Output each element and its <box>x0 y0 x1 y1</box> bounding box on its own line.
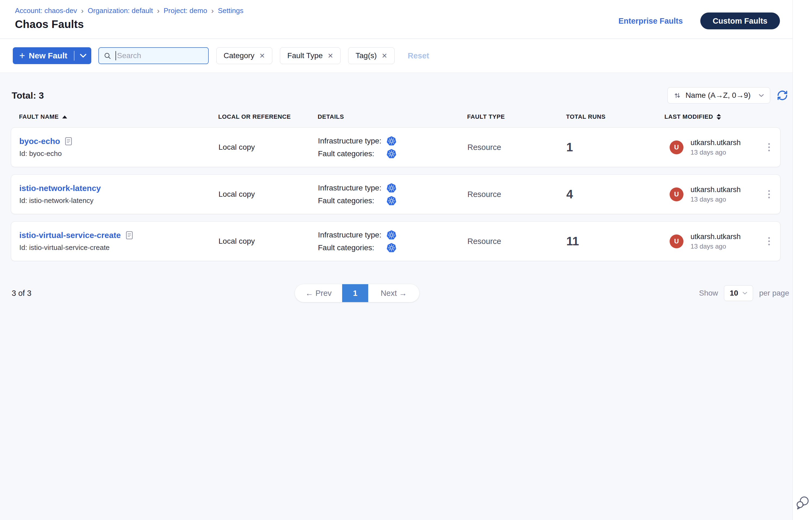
kubernetes-icon[interactable] <box>386 183 397 193</box>
refresh-button[interactable] <box>776 89 789 102</box>
search-input-wrapper[interactable] <box>98 47 209 64</box>
new-fault-button[interactable]: + New Fault <box>13 47 91 64</box>
modified-by-user: utkarsh.utkarsh <box>690 233 741 241</box>
column-label: FAULT NAME <box>19 113 59 120</box>
column-label: LAST MODIFIED <box>664 113 713 120</box>
details-cell: Infrastructure type: Fault categories: <box>310 183 459 206</box>
total-count: Total: 3 <box>12 90 44 101</box>
column-label: DETAILS <box>318 113 344 120</box>
help-chat-button[interactable] <box>795 494 810 511</box>
page-size-value: 10 <box>730 289 738 297</box>
infrastructure-type-label: Infrastructure type: <box>318 184 386 192</box>
column-header-last-modified[interactable]: LAST MODIFIED <box>656 113 781 120</box>
fault-id: Id: byoc-echo <box>19 150 210 158</box>
infrastructure-type-label: Infrastructure type: <box>318 231 386 239</box>
sort-both-icon <box>717 114 721 120</box>
total-runs-cell: 1 <box>558 140 657 154</box>
remove-filter-icon[interactable]: ✕ <box>328 52 333 59</box>
per-page-label: per page <box>759 289 789 297</box>
table-row: istio-network-latency Id: istio-network-… <box>11 175 781 214</box>
total-runs-cell: 4 <box>558 187 657 201</box>
fault-type-filter-label: Fault Type <box>287 51 323 60</box>
doc-icon[interactable] <box>126 231 133 240</box>
fault-name-link[interactable]: istio-virtual-service-create <box>19 231 121 240</box>
kubernetes-icon[interactable] <box>386 136 397 146</box>
column-label: FAULT TYPE <box>467 113 505 120</box>
breadcrumb-separator: › <box>157 7 159 15</box>
fault-id: Id: istio-network-latency <box>19 197 210 205</box>
tags-filter-pill[interactable]: Tag(s) ✕ <box>348 47 395 64</box>
fault-type-cell: Resource <box>459 143 558 152</box>
fault-categories-label: Fault categories: <box>318 150 386 158</box>
column-header-fault-name[interactable]: FAULT NAME <box>11 113 210 120</box>
local-or-reference-cell: Local copy <box>210 237 310 245</box>
modified-by-user: utkarsh.utkarsh <box>690 138 741 147</box>
content-area: Total: 3 Name (A→Z, 0→9) <box>0 73 792 520</box>
custom-faults-button[interactable]: Custom Faults <box>700 12 780 29</box>
remove-filter-icon[interactable]: ✕ <box>382 52 387 59</box>
local-or-reference-cell: Local copy <box>210 143 310 152</box>
next-page-button[interactable]: Next → <box>368 284 419 302</box>
page-size-dropdown[interactable]: 10 <box>724 285 753 301</box>
fault-id: Id: istio-virtual-service-create <box>19 243 210 252</box>
text-caret <box>116 51 116 60</box>
breadcrumb-separator: › <box>211 7 213 15</box>
total-runs-cell: 11 <box>558 234 657 248</box>
category-filter-label: Category <box>224 51 255 60</box>
remove-filter-icon[interactable]: ✕ <box>259 52 265 59</box>
kubernetes-icon[interactable] <box>386 230 397 240</box>
sort-dropdown[interactable]: Name (A→Z, 0→9) <box>667 87 770 104</box>
details-cell: Infrastructure type: Fault categories: <box>310 230 459 253</box>
avatar: U <box>669 187 683 201</box>
row-menu-button[interactable] <box>766 235 772 248</box>
chevron-down-icon <box>759 94 764 97</box>
modified-time: 13 days ago <box>690 196 741 203</box>
fault-name-cell: istio-virtual-service-create Id: istio-v… <box>11 231 210 252</box>
search-input[interactable] <box>117 51 199 60</box>
kubernetes-icon[interactable] <box>386 149 397 159</box>
fault-list: byoc-echo Id: byoc-echo Local copy Infra… <box>11 127 781 261</box>
fault-categories-label: Fault categories: <box>318 243 386 252</box>
pagination: 3 of 3 ← Prev 1 Next → Show 10 per page <box>0 284 792 302</box>
modified-time: 13 days ago <box>690 243 741 250</box>
category-filter-pill[interactable]: Category ✕ <box>216 47 273 64</box>
column-header-total-runs: TOTAL RUNS <box>558 113 656 120</box>
row-menu-button[interactable] <box>766 188 772 201</box>
kubernetes-icon[interactable] <box>386 196 397 206</box>
sort-area: Name (A→Z, 0→9) <box>667 87 789 104</box>
fault-type-filter-pill[interactable]: Fault Type ✕ <box>280 47 340 64</box>
sort-dropdown-label: Name (A→Z, 0→9) <box>685 91 751 100</box>
local-or-reference-cell: Local copy <box>210 190 310 199</box>
modified-by-user: utkarsh.utkarsh <box>690 186 741 194</box>
list-header: Total: 3 Name (A→Z, 0→9) <box>12 87 789 104</box>
right-rail <box>792 0 812 520</box>
fault-name-cell: istio-network-latency Id: istio-network-… <box>11 184 210 205</box>
row-menu-button[interactable] <box>766 141 772 154</box>
modified-time: 13 days ago <box>690 149 741 156</box>
breadcrumb-settings-link[interactable]: Settings <box>218 6 244 15</box>
tags-filter-label: Tag(s) <box>355 51 377 60</box>
doc-icon[interactable] <box>65 137 72 146</box>
chevron-down-icon <box>742 292 747 294</box>
page-size-control: Show 10 per page <box>699 285 789 301</box>
current-page-button[interactable]: 1 <box>342 284 368 302</box>
prev-page-button[interactable]: ← Prev <box>295 284 342 302</box>
column-header-details: DETAILS <box>309 113 459 120</box>
fault-name-link[interactable]: byoc-echo <box>19 137 60 146</box>
toolbar: + New Fault Category ✕ Fault Type <box>0 39 792 73</box>
column-label: LOCAL OR REFERENCE <box>218 113 291 120</box>
enterprise-faults-link[interactable]: Enterprise Faults <box>618 17 683 26</box>
fault-name-link[interactable]: istio-network-latency <box>19 184 101 193</box>
column-label: TOTAL RUNS <box>566 113 606 120</box>
infrastructure-type-label: Infrastructure type: <box>318 137 386 145</box>
chevron-down-icon[interactable] <box>80 54 86 58</box>
show-label: Show <box>699 289 718 297</box>
breadcrumb-project-link[interactable]: Project: demo <box>163 6 207 15</box>
main-column: Account: chaos-dev › Organization: defau… <box>0 0 792 520</box>
breadcrumb-org-link[interactable]: Organization: default <box>88 6 153 15</box>
reset-filters-button[interactable]: Reset <box>408 51 429 60</box>
kubernetes-icon[interactable] <box>386 243 397 253</box>
breadcrumb-account-link[interactable]: Account: chaos-dev <box>15 6 77 15</box>
fault-type-cell: Resource <box>459 237 558 246</box>
pager: ← Prev 1 Next → <box>295 284 419 302</box>
